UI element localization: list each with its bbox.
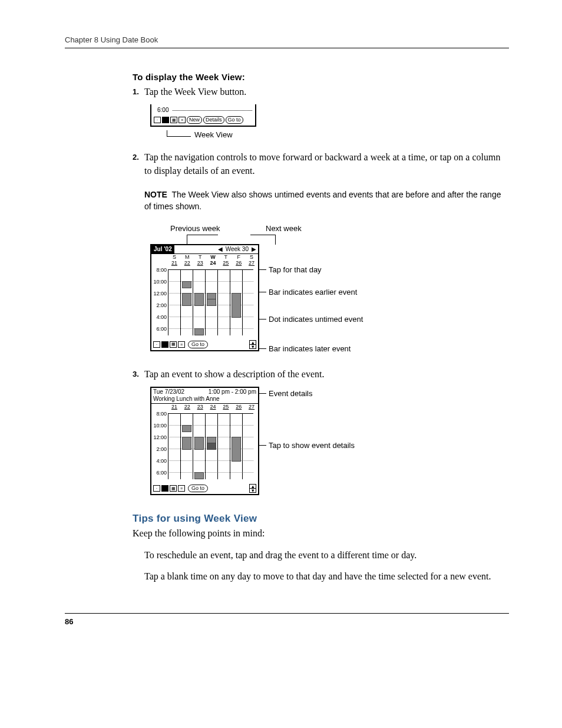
date-col[interactable]: 26 — [232, 260, 245, 266]
event-bar[interactable] — [194, 293, 204, 306]
day-col[interactable]: T — [219, 254, 232, 260]
section-title: To display the Week View: — [133, 72, 509, 82]
callout-later: Bar indicates later event — [269, 344, 351, 353]
tips-p1: To reschedule an event, tap and drag the… — [144, 549, 509, 562]
agenda-view-icon[interactable]: ≡ — [178, 485, 185, 492]
time-label: 4:00 — [151, 458, 168, 470]
date-header-row: 21 22 23 24 25 26 27 — [151, 404, 258, 410]
event-bar-selected[interactable] — [207, 443, 216, 450]
fig1-caption: Week View — [167, 130, 509, 139]
date-header-row: 21 22 23 24 25 26 27 — [151, 260, 258, 266]
date-col[interactable]: 22 — [181, 404, 194, 410]
note-text: The Week View also shows untimed events … — [144, 190, 501, 211]
day-view-icon[interactable]: · — [154, 117, 161, 123]
time-label: 10:00 — [151, 279, 168, 291]
time-label: 10:00 — [151, 423, 168, 434]
day-col[interactable]: S — [245, 254, 258, 260]
date-col[interactable]: 22 — [181, 260, 194, 266]
day-col[interactable]: M — [181, 254, 194, 260]
date-col[interactable]: 27 — [245, 404, 258, 410]
tips-p2: Tap a blank time on any day to move to t… — [144, 570, 509, 583]
scroll-arrows[interactable]: ▴▾ — [249, 340, 256, 349]
tips-heading: Tips for using Week View — [133, 513, 509, 525]
page-number: 86 — [65, 613, 509, 626]
day-col[interactable]: F — [232, 254, 245, 260]
date-col[interactable]: 27 — [245, 260, 258, 266]
event-bar[interactable] — [194, 472, 204, 479]
week-view-icon[interactable] — [161, 341, 168, 348]
details-button[interactable]: Details — [203, 116, 224, 124]
date-col[interactable]: 24 — [207, 260, 220, 266]
event-bar[interactable] — [182, 425, 191, 432]
event-bar[interactable] — [182, 281, 191, 288]
step-text: Tap an event to show a description of th… — [144, 368, 324, 381]
agenda-view-icon[interactable]: ≡ — [178, 117, 186, 123]
date-col[interactable]: 25 — [219, 404, 232, 410]
date-col[interactable]: 24 — [207, 404, 220, 410]
date-col[interactable]: 23 — [194, 260, 207, 266]
event-bar[interactable] — [194, 328, 204, 335]
week-view-icon[interactable] — [161, 485, 168, 492]
goto-button[interactable]: Go to — [226, 116, 243, 124]
date-col[interactable]: 25 — [219, 260, 232, 266]
goto-button[interactable]: Go to — [188, 485, 208, 492]
week-view-icon[interactable] — [162, 117, 169, 123]
fig1-timeslot: 6:00 — [157, 107, 253, 113]
figure-1: 6:00 · ▦ ≡ New Details Go to Week View — [144, 104, 509, 139]
time-label: 8:00 — [151, 411, 168, 423]
step-text: Tap the navigation controls to move forw… — [144, 151, 509, 177]
scroll-arrows[interactable]: ▴▾ — [249, 484, 256, 493]
week-number: Week 30 — [224, 246, 250, 252]
time-label: 12:00 — [151, 291, 168, 302]
time-label: 2:00 — [151, 446, 168, 458]
fig1-caption-text: Week View — [194, 130, 233, 139]
event-bar[interactable] — [182, 293, 191, 306]
callout-prev-week: Previous week — [170, 224, 223, 233]
tips-intro: Keep the following points in mind: — [133, 527, 509, 540]
event-bar[interactable] — [232, 437, 241, 462]
event-date: Tue 7/23/02 — [153, 388, 184, 395]
date-col[interactable]: 21 — [168, 404, 181, 410]
time-label: 6:00 — [151, 470, 168, 482]
time-label: 8:00 — [151, 267, 168, 279]
callout-event-details: Event details — [269, 389, 312, 398]
prev-week-arrow[interactable]: ◀ — [216, 246, 224, 252]
event-bar[interactable] — [232, 293, 241, 318]
date-col[interactable]: 21 — [168, 260, 181, 266]
next-week-arrow[interactable]: ▶ — [250, 246, 258, 252]
callout-tap-day: Tap for that day — [269, 265, 322, 274]
day-col[interactable]: T — [194, 254, 207, 260]
page-header: Chapter 8 Using Date Book — [65, 35, 509, 48]
month-view-icon[interactable]: ▦ — [170, 485, 177, 492]
note-block: NOTE The Week View also shows untimed ev… — [144, 189, 509, 212]
time-label: 12:00 — [151, 434, 168, 446]
day-view-icon[interactable]: · — [153, 341, 160, 348]
time-label: 2:00 — [151, 302, 168, 314]
day-col[interactable]: W — [207, 254, 220, 260]
month-view-icon[interactable]: ▦ — [170, 117, 177, 123]
step-3: 3. Tap an event to show a description of… — [133, 368, 509, 381]
week-view-device: Jul '02 ◀ Week 30 ▶ S M T W T F S 21 22 … — [150, 244, 259, 351]
callout-earlier: Bar indicates earlier event — [269, 288, 357, 297]
date-col[interactable]: 23 — [194, 404, 207, 410]
event-bar[interactable] — [182, 437, 191, 450]
step-num: 1. — [133, 85, 144, 98]
day-col[interactable]: S — [168, 254, 181, 260]
goto-button[interactable]: Go to — [188, 341, 208, 348]
step-2: 2. Tap the navigation controls to move f… — [133, 151, 509, 177]
month-view-icon[interactable]: ▦ — [170, 341, 177, 348]
event-timerange: 1:00 pm - 2:00 pm — [209, 388, 256, 395]
new-button[interactable]: New — [187, 116, 202, 124]
fig1-time: 6:00 — [157, 107, 168, 113]
day-view-icon[interactable]: · — [153, 485, 160, 492]
figure-3: Tue 7/23/02 1:00 pm - 2:00 pm Working Lu… — [144, 387, 509, 495]
event-bar[interactable] — [207, 299, 216, 306]
callout-untimed: Dot indicates untimed event — [269, 315, 363, 324]
callout-next-week: Next week — [266, 224, 319, 233]
event-bar[interactable] — [194, 437, 204, 450]
time-label: 4:00 — [151, 314, 168, 326]
callout-tap-event: Tap to show event details — [269, 441, 355, 450]
step-text: Tap the Week View button. — [144, 85, 246, 98]
date-col[interactable]: 26 — [232, 404, 245, 410]
agenda-view-icon[interactable]: ≡ — [178, 341, 185, 348]
